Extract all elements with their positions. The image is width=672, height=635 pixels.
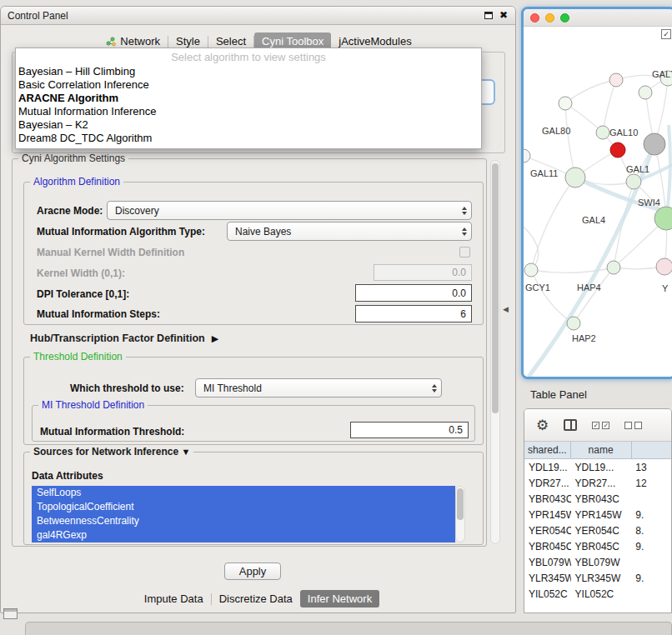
dpi-tolerance-input[interactable]: 0.0 [355, 284, 472, 302]
algorithm-option[interactable]: Bayesian – K2 [16, 118, 481, 132]
kernel-width-input[interactable]: 0.0 [374, 264, 472, 281]
algorithm-option[interactable]: Dream8 DC_TDC Algorithm [16, 132, 481, 145]
table-row[interactable]: YDL19...YDL19...13 [524, 459, 671, 475]
table-cell: 13 [631, 462, 671, 473]
tab-discretize-data[interactable]: Discretize Data [212, 590, 300, 608]
table-row[interactable]: YDR27...YDR27...12 [524, 475, 671, 491]
stepper-icon [432, 384, 437, 392]
network-node[interactable] [626, 174, 641, 189]
scrollbar-thumb[interactable] [492, 163, 499, 413]
network-node[interactable] [559, 97, 572, 110]
group-title: Algorithm Definition [30, 176, 123, 188]
table-cell: YLR345W [571, 572, 632, 584]
network-node[interactable] [656, 258, 672, 275]
kernel-width-label: Kernel Width (0,1): [37, 268, 125, 279]
table-cell: YDL19... [524, 462, 571, 473]
apply-button[interactable]: Apply [224, 562, 281, 580]
aracne-mode-select[interactable]: Discovery [107, 201, 472, 220]
table-row[interactable]: YER054CYER054C8. [524, 522, 671, 538]
algorithm-option[interactable]: Bayesian – Hill Climbing [16, 65, 481, 78]
table-header: shared... name [524, 442, 671, 459]
table-cell: YIL052C [571, 588, 632, 600]
select-all-icon[interactable]: ✓ ✓ [592, 422, 609, 429]
sources-toggle[interactable]: Sources for Network Inference ▼ [30, 446, 193, 458]
network-node[interactable] [565, 168, 585, 188]
network-canvas[interactable]: GAL80GAL10GAL11GAL1SWI4GAL4GCY1HAP4HAP2G… [524, 27, 672, 377]
column-header-shared-name[interactable]: shared... [524, 442, 571, 458]
table-row[interactable]: YPR145WYPR145W9. [524, 507, 671, 522]
algorithm-option[interactable]: ARACNE Algorithm [16, 92, 481, 105]
table-row[interactable]: YIL052CYIL052C [524, 586, 671, 602]
table-cell: YBR045C [524, 541, 571, 552]
network-node[interactable] [609, 73, 623, 87]
table-row[interactable]: YBR043CYBR043C [524, 491, 671, 507]
table-row[interactable]: YLR345WYLR345W9. [524, 570, 671, 586]
close-traffic-light[interactable] [530, 13, 539, 22]
network-node[interactable] [607, 261, 620, 274]
network-node[interactable] [567, 317, 580, 330]
mi-threshold-input[interactable]: 0.5 [350, 422, 469, 438]
attribute-list-item[interactable]: TopologicalCoefficient [32, 500, 455, 514]
attribute-list-item[interactable]: SelfLoops [32, 486, 455, 500]
mi-type-select[interactable]: Naive Bayes [227, 222, 472, 241]
node-label: SWI4 [638, 198, 660, 208]
node-label: GAL4 [582, 215, 605, 225]
tab-impute-data[interactable]: Impute Data [137, 590, 211, 608]
stepper-icon [462, 207, 467, 215]
tab-infer-network[interactable]: Infer Network [300, 590, 379, 608]
columns-icon[interactable] [564, 419, 577, 431]
algorithm-option[interactable]: Mutual Information Inference [16, 105, 481, 118]
table-row[interactable]: YBR045CYBR045C9. [524, 538, 671, 554]
network-window-titlebar[interactable] [524, 9, 672, 27]
check-icon: ✓ [593, 422, 599, 429]
mi-steps-input[interactable]: 6 [355, 305, 472, 322]
check-icon: ✓ [663, 30, 669, 38]
node-label: GAL80 [542, 126, 570, 136]
column-header-clipped[interactable] [632, 442, 671, 458]
attribute-list-item[interactable]: gal4RGexp [32, 528, 455, 542]
field-value: 0.5 [449, 424, 463, 436]
close-icon[interactable]: ✖ [499, 9, 508, 21]
attribute-list-item[interactable]: BetweennessCentrality [32, 514, 455, 528]
manual-kernel-checkbox[interactable] [459, 247, 470, 258]
float-window-icon[interactable] [484, 12, 493, 19]
network-edge [531, 268, 614, 272]
minimize-traffic-light[interactable] [545, 13, 554, 22]
mi-steps-label: Mutual Information Steps: [37, 308, 160, 320]
window-title: Control Panel [8, 10, 68, 22]
network-node[interactable] [610, 142, 625, 158]
hub-definition-toggle[interactable]: Hub/Transcription Factor Definition ▶ [30, 332, 218, 344]
chevron-right-icon: ▶ [212, 333, 218, 344]
network-node[interactable] [596, 126, 609, 139]
tab-label: Style [176, 35, 200, 48]
scrollbar-thumb[interactable] [457, 488, 464, 520]
panel-collapse-arrow-icon[interactable]: ◀ [503, 305, 509, 313]
network-edge [603, 80, 616, 132]
data-attributes-list[interactable]: SelfLoopsTopologicalCoefficientBetweenne… [32, 486, 455, 542]
network-node[interactable] [639, 86, 652, 99]
network-icon [106, 37, 116, 47]
field-value: 0.0 [452, 267, 466, 278]
which-threshold-select[interactable]: MI Threshold [195, 378, 442, 398]
node-label: Y [662, 283, 669, 293]
check-icon: ✓ [603, 422, 609, 429]
network-node[interactable] [644, 133, 665, 155]
minimized-panel-icon[interactable] [3, 608, 18, 619]
control-panel-titlebar[interactable]: Control Panel ✖ [1, 7, 515, 25]
table-row[interactable]: YBL079WYBL079W [524, 554, 671, 570]
deselect-all-icon[interactable] [624, 422, 642, 429]
checked-box-icon: ✓ [602, 422, 609, 429]
network-node[interactable] [524, 149, 530, 162]
table-cell: 9. [631, 509, 671, 521]
attributes-scrollbar[interactable] [455, 486, 465, 542]
gear-icon[interactable]: ⚙ [536, 417, 549, 434]
settings-scrollbar[interactable] [490, 160, 500, 544]
zoom-traffic-light[interactable] [560, 13, 569, 22]
tab-label: Cyni Toolbox [262, 35, 323, 48]
column-header-name[interactable]: name [571, 442, 632, 458]
node-label: HAP2 [572, 333, 596, 343]
algorithm-option[interactable]: Basic Correlation Inference [16, 78, 481, 92]
network-edge [531, 270, 574, 323]
network-node[interactable] [524, 263, 538, 277]
overview-toggle-checkbox[interactable]: ✓ [661, 29, 671, 39]
